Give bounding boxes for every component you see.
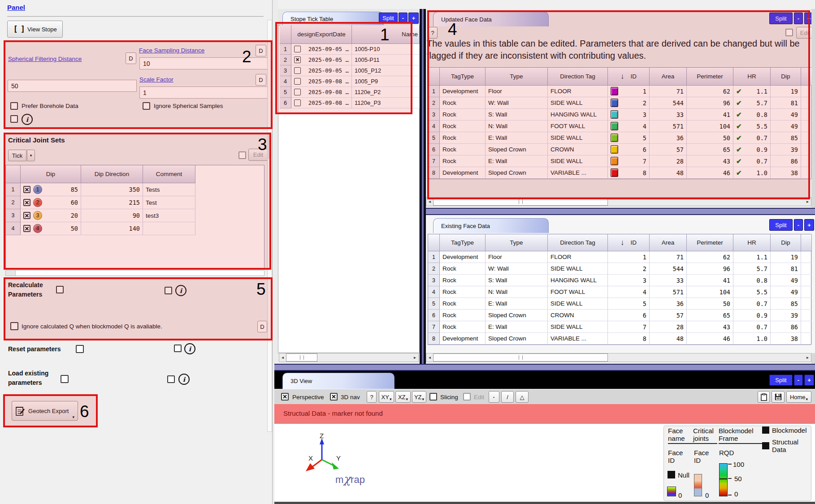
dip-direction-column-header[interactable]: Dip Direction [81,165,143,183]
dip-direction-cell[interactable]: 350 [81,183,143,196]
tagtype-cell[interactable]: Development [440,333,486,345]
hr-cell[interactable]: ✔ 0.7 [733,132,771,144]
design-export-date-cell[interactable]: 2025-09-08 … [291,87,352,98]
tagtype-cell[interactable]: Rock [440,263,486,275]
color-swatch[interactable] [611,157,618,165]
type-cell[interactable]: Sloped Crown [486,144,548,155]
split-button[interactable]: Split [769,13,793,24]
area-cell[interactable]: 544 [650,97,687,109]
scrollbar-thumb[interactable] [268,132,271,159]
hr-cell[interactable]: ✔ 0.7 [733,155,771,167]
minimize-button[interactable]: - [794,13,803,24]
perimeter-cell[interactable]: 62 [687,251,733,263]
tagtype-cell[interactable]: Rock [440,144,486,155]
maximize-button[interactable]: + [408,13,419,24]
dip-cell[interactable]: 49 [771,109,801,121]
direction-tag-cell[interactable]: SIDE WALL [548,321,608,333]
dip-cell[interactable]: 85 [771,298,801,310]
scrollbar-thumb[interactable] [433,198,608,206]
scroll-left-icon[interactable]: ◄ [426,353,433,362]
tab-existing-face-data[interactable]: Existing Face Data [433,218,549,233]
tagtype-cell[interactable]: Development [440,167,486,179]
comment-column-header[interactable]: Comment [143,165,195,183]
color-swatch[interactable] [611,122,618,130]
table-row[interactable]: 5 Rock E: Wall SIDE WALL 5 36 50 0.7 85 [428,298,811,310]
area-cell[interactable]: 33 [650,109,687,121]
id-cell[interactable]: 8 [608,167,650,179]
dip-cell[interactable]: 81 [771,97,801,109]
reset-parameters-checkbox[interactable] [76,345,84,353]
scale-factor-default-button[interactable]: D [256,74,266,86]
home-view-button[interactable]: Home▾ [786,391,811,403]
info-icon[interactable]: i [184,343,195,354]
ignore-q-checkbox[interactable] [10,322,18,330]
perimeter-cell[interactable]: 65 [687,144,733,155]
minimize-button[interactable]: - [399,13,408,24]
recalculate-checkbox[interactable] [56,286,64,293]
horizontal-splitter[interactable] [426,208,815,215]
type-cell[interactable]: S: Wall [486,275,548,286]
maximize-button[interactable]: + [804,219,814,231]
comment-cell[interactable]: test3 [143,209,195,222]
tab-updated-face-data[interactable]: Updated Face Data [433,12,549,26]
updated-edit-checkbox[interactable] [785,29,793,36]
xy-plane-button[interactable]: XY▾ [379,391,394,403]
design-export-date-cell[interactable]: 2025-09-08 … [291,98,352,108]
spherical-default-button[interactable]: D [126,52,136,64]
scroll-left-icon[interactable]: ◄ [279,353,286,362]
type-cell[interactable]: E: Wall [486,132,548,144]
color-swatch[interactable] [611,145,618,154]
hr-cell[interactable]: ✔ 0.8 [733,109,771,121]
id-cell[interactable]: 5 [608,132,650,144]
type-cell[interactable]: W: Wall [486,263,548,275]
tagtype-cell[interactable]: Rock [440,109,486,121]
dip-cell[interactable]: 19 [771,251,801,263]
hr-cell[interactable]: 1.0 [733,333,771,345]
row-checkbox[interactable] [294,78,301,85]
perimeter-cell[interactable]: 43 [687,321,733,333]
prefer-borehole-checkbox[interactable] [10,102,18,110]
corner-header-cell[interactable] [6,165,21,183]
direction-tag-cell[interactable]: VARIABLE ... [548,167,608,179]
panel-link[interactable]: Panel [7,4,25,11]
table-row[interactable]: 4 Rock N: Wall FOOT WALL 4 571 104 5.5 4… [428,286,811,298]
type-cell[interactable]: W: Wall [486,97,548,109]
scrollbar-thumb[interactable] [286,353,317,362]
ignore-spherical-checkbox[interactable] [143,102,150,110]
table-row[interactable]: 1 ✕ 1 85 350 Tests [6,183,264,196]
joint-edit-button[interactable]: Edit [248,149,268,161]
perimeter-cell[interactable]: 50 [687,298,733,310]
point-tool-button[interactable]: · [489,391,499,403]
type-cell[interactable]: S: Wall [486,109,548,121]
horizontal-splitter[interactable] [274,364,815,371]
area-cell[interactable]: 57 [650,144,687,155]
corner-header-cell[interactable] [428,68,440,86]
hr-column-header[interactable]: HR [733,234,771,251]
hr-cell[interactable]: 0.7 [733,298,771,310]
area-cell[interactable]: 28 [650,321,687,333]
load-info-checkbox[interactable] [167,375,175,383]
tagtype-column-header[interactable]: TagType [440,234,486,251]
id-cell[interactable]: 6 [608,144,650,155]
table-row[interactable]: 4 ✕ 4 50 140 [6,222,264,235]
tagtype-cell[interactable]: Development [440,86,486,97]
row-checkbox[interactable] [294,99,301,106]
copy-to-clipboard-button[interactable] [758,391,770,403]
type-column-header[interactable]: Type [486,68,548,86]
id-cell[interactable]: 1 [608,251,650,263]
tagtype-cell[interactable]: Rock [440,298,486,310]
id-cell[interactable]: 3 [608,275,650,286]
row-checkbox[interactable]: ✕ [23,225,30,232]
table-row[interactable]: 7 Rock E: Wall SIDE WALL 7 28 43 0.7 86 [428,321,811,333]
stope-name-cell[interactable]: 1005_P9 [352,76,420,87]
row-checkbox[interactable]: ✕ [294,56,301,63]
perimeter-cell[interactable]: 96 [687,97,733,109]
tagtype-cell[interactable]: Rock [440,121,486,132]
dip-column-header[interactable]: Dip [771,234,801,251]
direction-tag-cell[interactable]: SIDE WALL [548,132,608,144]
table-row[interactable]: 8 Development Sloped Crown VARIABLE ... … [428,167,811,179]
comment-cell[interactable]: Test [143,196,195,209]
perimeter-cell[interactable]: 104 [687,286,733,298]
color-swatch[interactable] [611,99,618,107]
id-cell[interactable]: 8 [608,333,650,345]
